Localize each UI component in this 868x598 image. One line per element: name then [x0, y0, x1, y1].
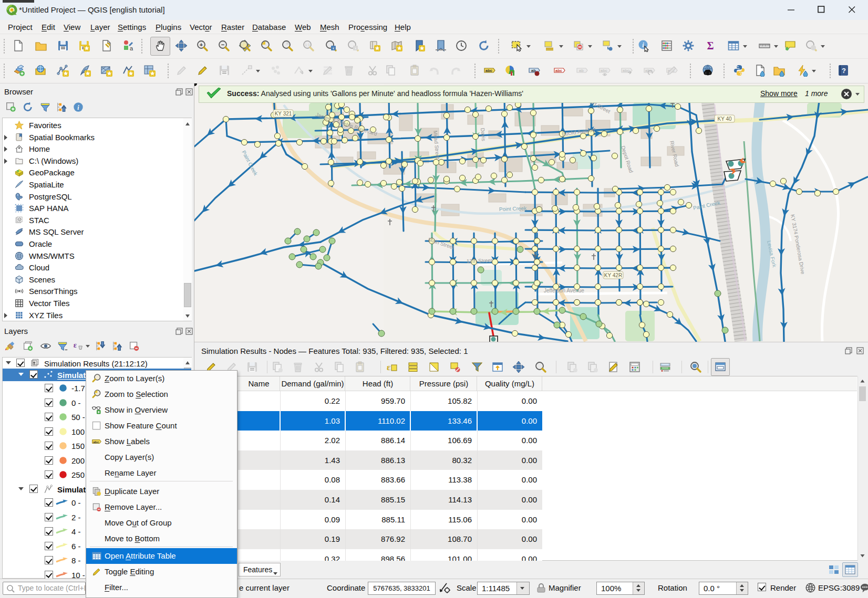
svg-text:abc: abc [555, 68, 562, 73]
svg-text:−: − [221, 41, 224, 48]
svg-text:Davis: Davis [480, 128, 487, 141]
svg-text:a: a [130, 45, 133, 51]
svg-text:›: › [355, 46, 356, 51]
svg-text:ab: ab [579, 68, 584, 73]
svg-text:?: ? [842, 67, 846, 75]
svg-text:Σ: Σ [707, 40, 714, 51]
svg-text:+: + [200, 41, 203, 48]
svg-text:12th Street: 12th Street [467, 257, 492, 264]
svg-text:‹: ‹ [333, 46, 334, 51]
svg-text:abc: abc [485, 68, 492, 73]
svg-text:KY 42R: KY 42R [604, 272, 622, 278]
svg-text:Jefferson Avenue: Jefferson Avenue [544, 288, 584, 293]
svg-text:abc: abc [93, 440, 99, 444]
svg-text:ε: ε [74, 341, 77, 349]
svg-text:Point Creek: Point Creek [499, 205, 528, 212]
svg-text:KY 40: KY 40 [717, 116, 731, 122]
svg-text:ε: ε [387, 362, 390, 372]
svg-text:abc: abc [601, 68, 607, 73]
svg-text:1:1: 1:1 [305, 43, 310, 47]
svg-text:KY 321: KY 321 [275, 111, 292, 117]
